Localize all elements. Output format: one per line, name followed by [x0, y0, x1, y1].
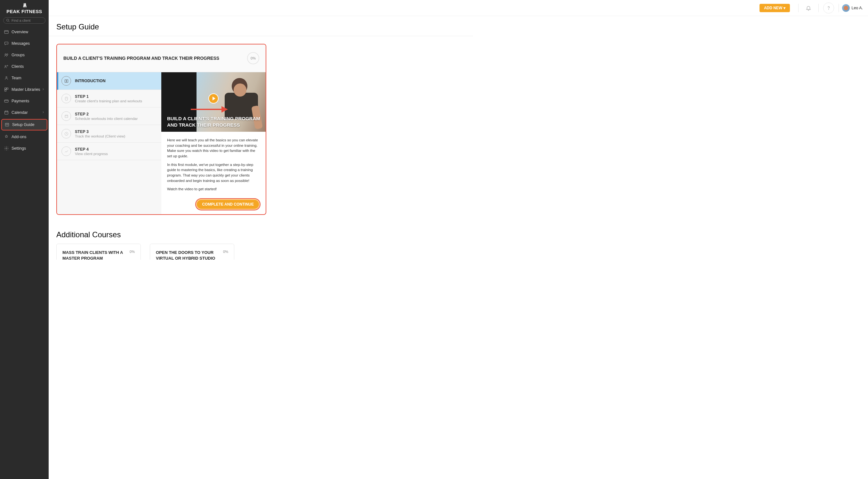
clients-icon [4, 64, 9, 69]
additional-courses-title: Additional Courses [49, 230, 473, 244]
logo-icon: /\/\ [0, 3, 49, 8]
course-mini-title: MASS TRAIN CLIENTS WITH A MASTER PROGRAM [62, 250, 130, 260]
step-label: STEP 2 [75, 112, 137, 116]
svg-rect-2 [4, 30, 8, 33]
step-introduction[interactable]: INTRODUCTION [57, 72, 161, 90]
svg-point-6 [5, 66, 6, 67]
topbar: ADD NEW ▾ Leo A. [49, 0, 473, 16]
course-mini-card[interactable]: OPEN THE DOORS TO YOUR VIRTUAL OR HYBRID… [150, 244, 234, 260]
svg-point-7 [7, 65, 8, 66]
course-title: BUILD A CLIENT'S TRAINING PROGRAM AND TR… [63, 56, 247, 61]
brand-logo[interactable]: /\/\ PEAK FITNESS [0, 0, 49, 15]
progress-badge: 0% [247, 52, 259, 64]
content-column: BUILD A CLIENT'S TRAINING PROGRAM AND TR… [161, 72, 266, 214]
sidebar-item-label: Calendar [11, 110, 28, 115]
video-caption: BUILD A CLIENT'S TRAINING PROGRAM AND TR… [167, 115, 265, 128]
svg-point-8 [6, 76, 7, 78]
svg-line-1 [9, 21, 9, 22]
svg-rect-10 [7, 88, 8, 90]
brand-name: PEAK FITNESS [0, 9, 49, 14]
sidebar-item-messages[interactable]: Messages [0, 38, 49, 49]
sidebar-item-clients[interactable]: Clients [0, 61, 49, 72]
chevron-right-icon [41, 87, 45, 92]
nav-list: Overview Messages Groups Clients Tea [0, 26, 49, 154]
sidebar-item-calendar[interactable]: Calendar [0, 107, 49, 118]
course-mini-title: OPEN THE DOORS TO YOUR VIRTUAL OR HYBRID… [156, 250, 223, 260]
sidebar-item-label: Master Libraries [11, 87, 40, 92]
step-label: STEP 3 [75, 130, 125, 134]
sidebar-item-label: Setup Guide [12, 123, 35, 127]
step-label: STEP 4 [75, 147, 108, 151]
course-mini-card[interactable]: MASS TRAIN CLIENTS WITH A MASTER PROGRAM… [56, 244, 141, 260]
calendar-icon [4, 110, 9, 115]
step-4[interactable]: STEP 4 View client progress [57, 143, 161, 160]
svg-point-21 [6, 148, 7, 149]
sidebar-item-label: Payments [11, 99, 29, 103]
svg-rect-14 [5, 111, 8, 114]
svg-rect-23 [65, 97, 67, 100]
step-label: INTRODUCTION [75, 79, 105, 83]
step-sublabel: View client progress [75, 152, 108, 156]
svg-point-0 [7, 19, 9, 22]
sidebar-item-team[interactable]: Team [0, 72, 49, 84]
schedule-icon [61, 111, 71, 121]
sidebar-item-groups[interactable]: Groups [0, 49, 49, 61]
sidebar-item-label: Messages [11, 41, 30, 46]
client-search[interactable] [3, 17, 45, 24]
main-course-card: BUILD A CLIENT'S TRAINING PROGRAM AND TR… [56, 44, 266, 215]
sidebar-item-label: Team [11, 76, 22, 80]
course-para-2: In this first module, we've put together… [167, 162, 260, 183]
step-sublabel: Track the workout (Client view) [75, 134, 125, 138]
groups-icon [4, 53, 9, 58]
search-input[interactable] [11, 19, 42, 22]
svg-rect-25 [65, 115, 68, 117]
sidebar-item-label: Clients [11, 64, 24, 69]
addons-icon [4, 134, 9, 139]
svg-point-4 [5, 54, 6, 55]
step-label: STEP 1 [75, 94, 142, 99]
step-3[interactable]: STEP 3 Track the workout (Client view) [57, 125, 161, 143]
svg-rect-9 [5, 88, 6, 90]
sidebar-item-label: Settings [11, 146, 26, 150]
svg-rect-18 [5, 123, 9, 126]
plan-icon [61, 94, 71, 103]
course-mini-progress: 0% [223, 250, 228, 253]
sidebar-item-label: Groups [11, 53, 25, 57]
sidebar-item-setup-guide[interactable]: Setup Guide [1, 119, 48, 131]
sidebar-item-label: Overview [11, 30, 28, 34]
step-1[interactable]: STEP 1 Create client's training plan and… [57, 90, 161, 107]
sidebar: /\/\ PEAK FITNESS Overview Messages Grou… [0, 0, 49, 260]
svg-rect-11 [5, 90, 6, 92]
overview-icon [4, 29, 9, 35]
steps-column: INTRODUCTION STEP 1 Create client's trai… [57, 72, 161, 214]
svg-rect-12 [4, 100, 8, 102]
sidebar-item-payments[interactable]: Payments [0, 95, 49, 107]
setup-guide-icon [4, 122, 9, 127]
step-sublabel: Schedule workouts into client calendar [75, 117, 137, 121]
chevron-right-icon [41, 110, 45, 115]
sidebar-item-add-ons[interactable]: Add-ons [0, 131, 49, 143]
page-title: Setup Guide [49, 22, 473, 36]
libraries-icon [4, 87, 9, 92]
sidebar-item-master-libraries[interactable]: Master Libraries [0, 84, 49, 95]
track-icon [61, 129, 71, 138]
play-button[interactable] [208, 93, 219, 104]
team-icon [4, 75, 9, 80]
sidebar-item-settings[interactable]: Settings [0, 143, 49, 154]
sidebar-item-label: Add-ons [11, 135, 27, 139]
additional-courses-row: MASS TRAIN CLIENTS WITH A MASTER PROGRAM… [49, 244, 473, 260]
messages-icon [4, 41, 9, 46]
step-2[interactable]: STEP 2 Schedule workouts into client cal… [57, 107, 161, 125]
video-thumbnail[interactable]: BUILD A CLIENT'S TRAINING PROGRAM AND TR… [161, 72, 266, 132]
svg-point-5 [7, 54, 8, 55]
course-para-1: Here we will teach you all the basics so… [167, 137, 260, 159]
step-sublabel: Create client's training plan and workou… [75, 99, 142, 103]
course-para-3: Watch the video to get started! [167, 186, 260, 192]
sidebar-item-overview[interactable]: Overview [0, 26, 49, 38]
course-description: Here we will teach you all the basics so… [161, 132, 266, 199]
book-icon [61, 76, 71, 86]
main-content: Setup Guide BUILD A CLIENT'S TRAINING PR… [49, 16, 473, 260]
gear-icon [4, 146, 9, 151]
progress-icon [61, 146, 71, 156]
complete-continue-button[interactable]: COMPLETE AND CONTINUE [196, 199, 260, 210]
